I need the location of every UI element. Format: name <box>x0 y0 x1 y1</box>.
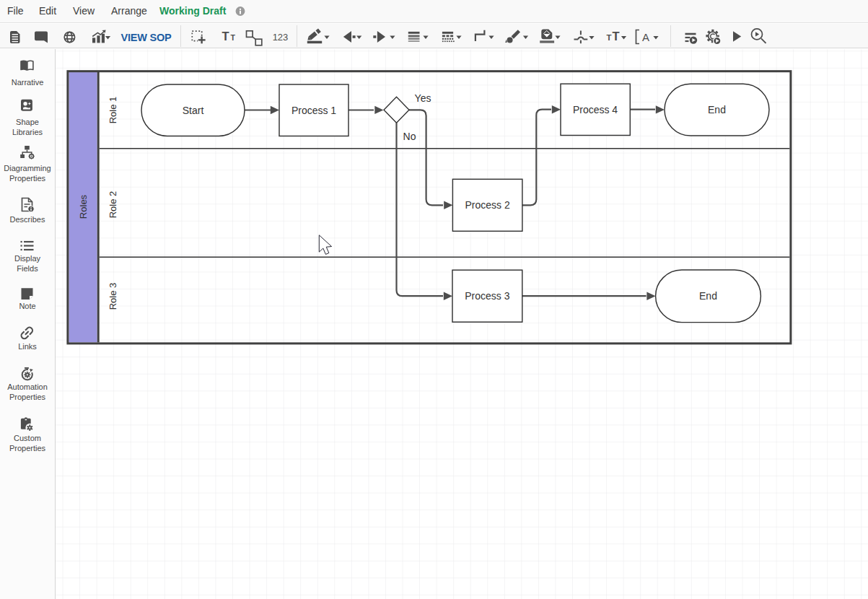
svg-text:No: No <box>403 131 416 142</box>
svg-text:T: T <box>222 30 229 43</box>
svg-text:Roles: Roles <box>78 194 89 219</box>
svg-text:End: End <box>708 104 726 115</box>
svg-text:End: End <box>699 290 717 302</box>
svg-text:Process 3: Process 3 <box>465 290 509 302</box>
svg-text:Process 4: Process 4 <box>573 104 618 115</box>
svg-text:Role 2: Role 2 <box>108 191 118 219</box>
svg-text:Yes: Yes <box>415 92 431 104</box>
svg-text:VIEW SOP: VIEW SOP <box>120 32 172 43</box>
svg-text:A: A <box>642 31 649 43</box>
svg-text:123: 123 <box>273 32 289 43</box>
svg-text:Process 2: Process 2 <box>465 199 509 211</box>
svg-text:Role 3: Role 3 <box>108 283 118 310</box>
svg-text:T: T <box>613 30 620 43</box>
svg-text:T: T <box>607 33 612 42</box>
svg-text:Role 1: Role 1 <box>108 97 118 124</box>
svg-text:T: T <box>231 33 236 42</box>
svg-text:Process 1: Process 1 <box>291 105 336 116</box>
svg-text:Start: Start <box>183 105 204 116</box>
